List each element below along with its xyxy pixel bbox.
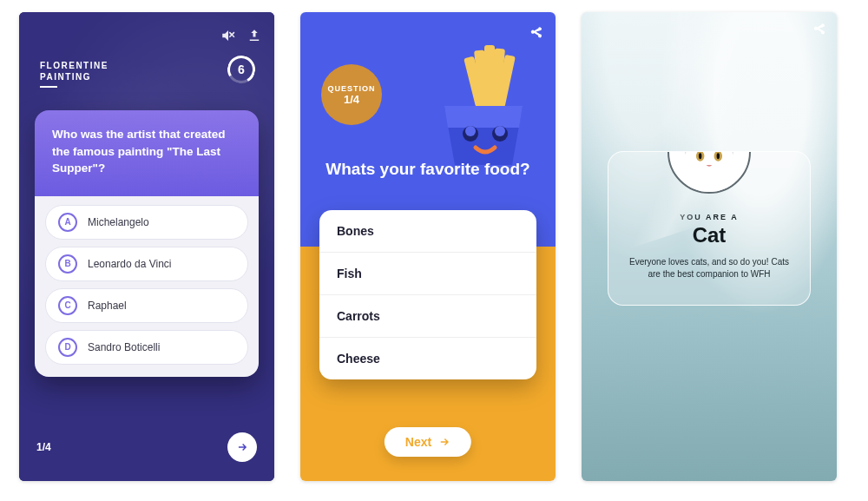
answer-option[interactable]: Carrots — [319, 295, 536, 338]
answer-option[interactable]: Cheese — [319, 338, 536, 379]
option-text: Raphael — [88, 300, 127, 312]
answer-options: AMichelangelo BLeonardo da Vinci CRaphae… — [35, 196, 259, 377]
option-letter: C — [58, 296, 77, 315]
svg-point-6 — [465, 126, 476, 136]
option-text: Sandro Boticelli — [88, 341, 160, 353]
answer-option[interactable]: BLeonardo da Vinci — [45, 247, 248, 281]
option-letter: B — [58, 254, 77, 274]
answer-options: Bones Fish Carrots Cheese — [319, 210, 536, 379]
fries-illustration — [418, 45, 549, 175]
pre-title: YOU ARE A — [624, 213, 794, 221]
answer-option[interactable]: AMichelangelo — [45, 205, 248, 240]
question-text: Whats your favorite food? — [300, 160, 556, 180]
result-card: YOU ARE A Cat Everyone loves cats, and s… — [608, 151, 811, 306]
arrow-right-icon — [236, 441, 248, 453]
svg-point-13 — [717, 153, 720, 159]
quiz-story-florentine: FLORENTINE PAINTING 6 Who was the artist… — [19, 12, 274, 481]
question-badge: QUESTION 1/4 — [321, 64, 382, 125]
story-gallery: FLORENTINE PAINTING 6 Who was the artist… — [0, 0, 868, 493]
answer-option[interactable]: CRaphael — [45, 288, 248, 323]
next-button[interactable] — [227, 432, 257, 462]
option-text: Michelangelo — [88, 216, 149, 228]
option-text: Leonardo da Vinci — [88, 258, 172, 270]
answer-option[interactable]: Fish — [319, 253, 536, 295]
cat-illustration — [672, 151, 746, 192]
result-story-cat: YOU ARE A Cat Everyone loves cats, and s… — [582, 12, 837, 481]
question-card: Who was the artist that created the famo… — [35, 110, 259, 377]
arrow-right-icon — [438, 436, 450, 448]
question-text: Who was the artist that created the famo… — [35, 110, 259, 196]
category-label: FLORENTINE PAINTING — [40, 60, 108, 88]
answer-option[interactable]: Bones — [319, 210, 536, 253]
option-letter: A — [58, 213, 77, 232]
badge-label: QUESTION — [327, 84, 375, 93]
svg-point-12 — [699, 153, 701, 159]
badge-value: 1/4 — [344, 93, 359, 106]
avatar — [667, 151, 751, 194]
share-icon[interactable] — [812, 23, 826, 40]
result-description: Everyone loves cats, and so do you! Cats… — [624, 256, 794, 280]
option-letter: D — [58, 338, 77, 357]
share-icon[interactable] — [529, 26, 543, 43]
mute-icon[interactable] — [220, 28, 236, 47]
svg-point-8 — [495, 126, 505, 136]
next-button[interactable]: Next — [385, 427, 471, 457]
share-icon[interactable] — [247, 28, 262, 47]
next-label: Next — [405, 435, 431, 449]
progress-counter: 1/4 — [36, 441, 51, 453]
result-title: Cat — [624, 223, 794, 247]
quiz-story-food: QUESTION 1/4 Whats your favorite food? — [300, 12, 556, 481]
answer-option[interactable]: DSandro Boticelli — [45, 330, 248, 365]
